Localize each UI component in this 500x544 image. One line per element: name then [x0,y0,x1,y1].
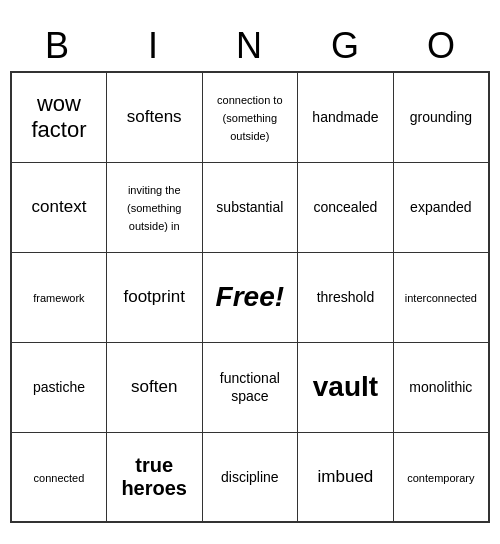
cell-text: substantial [216,199,283,215]
cell-text: discipline [221,469,279,485]
cell-text: Free! [216,281,284,312]
cell-text: handmade [312,109,378,125]
cell-text: pastiche [33,379,85,395]
bingo-card: B I N G O wow factorsoftensconnection to… [10,21,490,523]
cell-text: concealed [314,199,378,215]
table-row: frameworkfootprintFree!thresholdintercon… [11,252,489,342]
cell-text: framework [33,292,84,304]
cell-text: interconnected [405,292,477,304]
grid-cell: vault [298,342,394,432]
header-i: I [106,21,202,71]
grid-cell: contemporary [393,432,489,522]
grid-cell: framework [11,252,106,342]
cell-text: footprint [123,287,184,306]
grid-cell: wow factor [11,72,106,162]
grid-cell: functional space [202,342,298,432]
cell-text: contemporary [407,472,474,484]
bingo-grid: wow factorsoftensconnection to (somethin… [10,71,490,523]
table-row: pastichesoftenfunctional spacevaultmonol… [11,342,489,432]
header-o: O [394,21,490,71]
grid-cell: discipline [202,432,298,522]
cell-text: imbued [318,467,374,486]
table-row: wow factorsoftensconnection to (somethin… [11,72,489,162]
bingo-header: B I N G O [10,21,490,71]
grid-cell: handmade [298,72,394,162]
grid-cell: concealed [298,162,394,252]
table-row: connectedtrue heroesdisciplineimbuedcont… [11,432,489,522]
grid-cell: expanded [393,162,489,252]
cell-text: soften [131,377,177,396]
grid-cell: footprint [106,252,202,342]
grid-cell: threshold [298,252,394,342]
grid-cell: interconnected [393,252,489,342]
header-n: N [202,21,298,71]
cell-text: context [32,197,87,216]
cell-text: softens [127,107,182,126]
cell-text: grounding [410,109,472,125]
grid-cell: Free! [202,252,298,342]
grid-cell: imbued [298,432,394,522]
cell-text: inviting the (something outside) in [127,184,181,232]
grid-cell: substantial [202,162,298,252]
grid-cell: context [11,162,106,252]
header-g: G [298,21,394,71]
grid-cell: monolithic [393,342,489,432]
grid-cell: connected [11,432,106,522]
cell-text: wow factor [31,91,86,142]
grid-cell: connection to (something outside) [202,72,298,162]
cell-text: monolithic [409,379,472,395]
grid-cell: inviting the (something outside) in [106,162,202,252]
cell-text: true heroes [121,454,187,499]
grid-cell: soften [106,342,202,432]
grid-cell: pastiche [11,342,106,432]
cell-text: expanded [410,199,472,215]
grid-cell: grounding [393,72,489,162]
cell-text: functional space [220,370,280,404]
grid-cell: softens [106,72,202,162]
table-row: contextinviting the (something outside) … [11,162,489,252]
cell-text: threshold [317,289,375,305]
cell-text: connected [34,472,85,484]
cell-text: vault [313,371,378,402]
cell-text: connection to (something outside) [217,94,282,142]
header-b: B [10,21,106,71]
grid-cell: true heroes [106,432,202,522]
